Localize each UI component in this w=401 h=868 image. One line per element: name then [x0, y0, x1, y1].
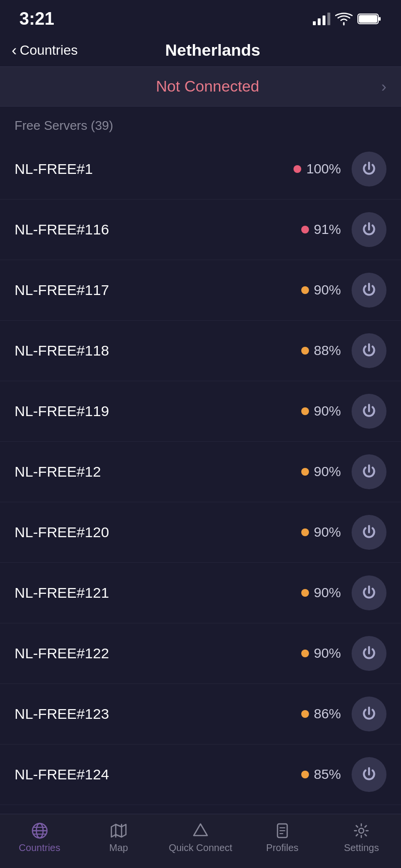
server-load: 86% — [301, 706, 341, 722]
load-dot — [293, 165, 301, 173]
server-name: NL-FREE#119 — [15, 403, 301, 419]
connection-banner[interactable]: Not Connected › — [0, 66, 401, 107]
tab-settings-label: Settings — [344, 842, 379, 853]
power-icon — [361, 343, 377, 358]
power-icon — [361, 706, 377, 722]
tab-bar: Countries Map Quick Connect Profiles — [0, 814, 401, 868]
back-button[interactable]: ‹ Countries — [12, 41, 78, 59]
svg-rect-3 — [327, 13, 330, 25]
connect-button[interactable] — [352, 757, 386, 792]
server-name: NL-FREE#123 — [15, 706, 301, 722]
connect-button[interactable] — [352, 575, 386, 610]
status-time: 3:21 — [19, 9, 54, 29]
server-item[interactable]: NL-FREE#123 86% — [0, 684, 401, 744]
svg-rect-2 — [323, 16, 325, 25]
server-name: NL-FREE#121 — [15, 585, 301, 601]
server-load: 91% — [301, 222, 341, 237]
status-bar: 3:21 — [0, 0, 401, 34]
profiles-icon — [274, 822, 291, 839]
connect-button[interactable] — [352, 515, 386, 550]
load-value: 85% — [314, 767, 341, 782]
load-dot — [301, 226, 309, 233]
server-name: NL-FREE#124 — [15, 766, 301, 783]
power-icon — [361, 525, 377, 540]
tab-profiles-label: Profiles — [266, 842, 299, 853]
connect-button[interactable] — [352, 454, 386, 489]
server-item[interactable]: NL-FREE#12 90% — [0, 442, 401, 502]
power-icon — [361, 403, 377, 419]
connect-button[interactable] — [352, 636, 386, 671]
server-load: 90% — [301, 585, 341, 601]
server-item[interactable]: NL-FREE#118 88% — [0, 321, 401, 381]
tab-countries[interactable]: Countries — [11, 822, 69, 853]
svg-rect-5 — [379, 17, 381, 21]
map-icon — [110, 822, 127, 839]
server-name: NL-FREE#120 — [15, 524, 301, 541]
connect-button[interactable] — [352, 212, 386, 247]
server-item[interactable]: NL-FREE#122 90% — [0, 623, 401, 684]
server-item[interactable]: NL-FREE#119 90% — [0, 381, 401, 442]
connect-button[interactable] — [352, 394, 386, 429]
server-load: 85% — [301, 767, 341, 782]
back-chevron-icon: ‹ — [12, 41, 17, 59]
page-title: Netherlands — [78, 41, 348, 60]
server-load: 90% — [301, 646, 341, 661]
tab-quick-connect[interactable]: Quick Connect — [169, 822, 232, 853]
connect-button[interactable] — [352, 697, 386, 731]
server-load: 100% — [293, 161, 341, 177]
status-icons — [313, 12, 382, 26]
tab-map-label: Map — [109, 842, 128, 853]
svg-rect-1 — [318, 18, 321, 25]
power-icon — [361, 464, 377, 480]
server-item[interactable]: NL-FREE#117 90% — [0, 260, 401, 321]
svg-rect-0 — [313, 21, 316, 25]
power-icon — [361, 585, 377, 601]
section-header: Free Servers (39) — [0, 107, 401, 139]
connection-status: Not Connected — [34, 78, 381, 95]
power-icon — [361, 282, 377, 298]
load-dot — [301, 468, 309, 476]
tab-profiles[interactable]: Profiles — [253, 822, 311, 853]
svg-marker-12 — [194, 824, 207, 836]
server-load: 90% — [301, 525, 341, 540]
power-icon — [361, 646, 377, 661]
connection-chevron-icon: › — [381, 78, 386, 95]
server-load: 90% — [301, 403, 341, 419]
signal-icon — [313, 13, 330, 25]
load-value: 90% — [314, 403, 341, 419]
load-value: 86% — [314, 706, 341, 722]
load-dot — [301, 528, 309, 536]
load-dot — [301, 710, 309, 718]
server-list: Free Servers (39) NL-FREE#1 100% NL-FREE… — [0, 107, 401, 868]
server-name: NL-FREE#1 — [15, 161, 293, 177]
load-value: 90% — [314, 525, 341, 540]
server-item[interactable]: NL-FREE#116 91% — [0, 200, 401, 260]
load-value: 90% — [314, 585, 341, 601]
load-dot — [301, 286, 309, 294]
server-name: NL-FREE#116 — [15, 221, 301, 238]
back-label: Countries — [20, 43, 78, 58]
server-item[interactable]: NL-FREE#120 90% — [0, 502, 401, 563]
header: ‹ Countries Netherlands — [0, 34, 401, 66]
server-name: NL-FREE#117 — [15, 282, 301, 298]
connect-button[interactable] — [352, 273, 386, 308]
load-value: 100% — [306, 161, 341, 177]
countries-icon — [31, 822, 48, 839]
load-dot — [301, 407, 309, 415]
tab-quick-connect-label: Quick Connect — [169, 842, 232, 853]
server-name: NL-FREE#118 — [15, 342, 301, 359]
tab-map[interactable]: Map — [90, 822, 148, 853]
load-value: 91% — [314, 222, 341, 237]
server-item[interactable]: NL-FREE#121 90% — [0, 563, 401, 623]
server-item[interactable]: NL-FREE#1 100% — [0, 139, 401, 200]
tab-settings[interactable]: Settings — [332, 822, 390, 853]
load-value: 90% — [314, 282, 341, 298]
battery-icon — [357, 13, 382, 25]
server-load: 90% — [301, 282, 341, 298]
connect-button[interactable] — [352, 333, 386, 368]
server-item[interactable]: NL-FREE#124 85% — [0, 744, 401, 805]
server-name: NL-FREE#122 — [15, 645, 301, 662]
load-dot — [301, 347, 309, 355]
server-load: 90% — [301, 464, 341, 480]
connect-button[interactable] — [352, 152, 386, 186]
